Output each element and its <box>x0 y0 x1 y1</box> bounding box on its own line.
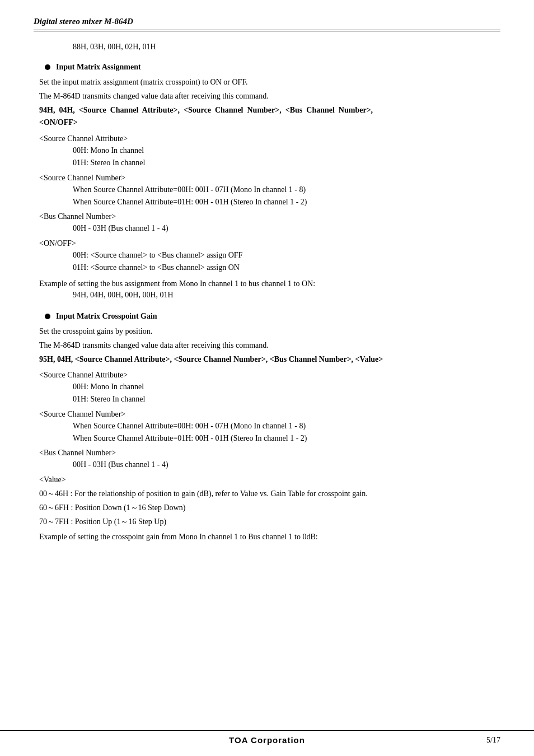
section-desc-1b: The M-864D transmits changed value data … <box>39 90 495 102</box>
param-group-scn-1: <Source Channel Number> When Source Chan… <box>39 172 495 209</box>
value-line-3: 70～7FH : Position Up (1～16 Step Up) <box>39 516 495 528</box>
section-desc-2b: The M-864D transmits changed value data … <box>39 339 495 351</box>
header-title: Digital stereo mixer M-864D <box>34 17 133 26</box>
param-item-scn-2b: When Source Channel Attribute=01H: 00H -… <box>73 432 495 445</box>
param-label-onoff: <ON/OFF> <box>39 237 495 249</box>
value-line-1: 00～46H : For the relationship of positio… <box>39 488 495 500</box>
param-group-bcn-2: <Bus Channel Number> 00H - 03H (Bus chan… <box>39 447 495 471</box>
example-text-2: Example of setting the crosspoint gain f… <box>39 531 495 543</box>
param-group-sca-2: <Source Channel Attribute> 00H: Mono In … <box>39 369 495 406</box>
section-desc-2a: Set the crosspoint gains by position. <box>39 325 495 337</box>
opening-hex: 88H, 03H, 00H, 02H, 01H <box>73 43 495 52</box>
param-group-sca-1: <Source Channel Attribute> 00H: Mono In … <box>39 133 495 170</box>
example-text-1: Example of setting the bus assignment fr… <box>39 278 495 290</box>
param-group-bcn-1: <Bus Channel Number> 00H - 03H (Bus chan… <box>39 211 495 235</box>
param-group-onoff: <ON/OFF> 00H: <Source channel> to <Bus c… <box>39 237 495 274</box>
section-crosspoint-gain: Input Matrix Crosspoint Gain Set the cro… <box>39 312 495 543</box>
param-item-scn-1b: When Source Channel Attribute=01H: 00H -… <box>73 196 495 208</box>
param-item-bcn-2a: 00H - 03H (Bus channel 1 - 4) <box>73 459 495 471</box>
value-line-2: 60～6FH : Position Down (1～16 Step Down) <box>39 502 495 514</box>
param-group-value: <Value> <box>39 474 495 486</box>
section-title-1: Input Matrix Assignment <box>56 63 141 72</box>
param-item-scn-1a: When Source Channel Attribute=00H: 00H -… <box>73 184 495 196</box>
param-label-value: <Value> <box>39 474 495 486</box>
param-label-bcn-2: <Bus Channel Number> <box>39 447 495 459</box>
example-hex-1: 94H, 04H, 00H, 00H, 00H, 01H <box>73 291 495 300</box>
param-item-sca-1b: 01H: Stereo In channel <box>73 157 495 169</box>
param-item-onoff-b: 01H: <Source channel> to <Bus channel> a… <box>73 262 495 274</box>
param-label-bcn-1: <Bus Channel Number> <box>39 211 495 222</box>
page-container: Digital stereo mixer M-864D 88H, 03H, 00… <box>0 0 534 756</box>
bullet-dot-2 <box>45 314 50 319</box>
content: 88H, 03H, 00H, 02H, 01H Input Matrix Ass… <box>34 43 500 543</box>
section-title-row-1: Input Matrix Assignment <box>45 63 495 72</box>
section-title-2: Input Matrix Crosspoint Gain <box>56 312 157 321</box>
param-label-scn-2: <Source Channel Number> <box>39 408 495 420</box>
page-header: Digital stereo mixer M-864D <box>34 17 500 31</box>
section-cmd-2: 95H, 04H, <Source Channel Attribute>, <S… <box>39 353 495 366</box>
param-item-bcn-1a: 00H - 03H (Bus channel 1 - 4) <box>73 222 495 235</box>
param-item-sca-2b: 01H: Stereo In channel <box>73 393 495 405</box>
param-group-scn-2: <Source Channel Number> When Source Chan… <box>39 408 495 445</box>
footer-page: 5/17 <box>486 736 500 745</box>
param-label-sca-1: <Source Channel Attribute> <box>39 133 495 144</box>
param-label-sca-2: <Source Channel Attribute> <box>39 369 495 381</box>
param-item-sca-1a: 00H: Mono In channel <box>73 144 495 157</box>
param-item-sca-2a: 00H: Mono In channel <box>73 381 495 393</box>
section-desc-1a: Set the input matrix assignment (matrix … <box>39 76 495 88</box>
param-item-onoff-a: 00H: <Source channel> to <Bus channel> a… <box>73 249 495 262</box>
page-footer: TOA Corporation 5/17 <box>0 730 534 745</box>
footer-company: TOA Corporation <box>229 735 305 745</box>
bullet-dot-1 <box>45 64 50 70</box>
param-item-scn-2a: When Source Channel Attribute=00H: 00H -… <box>73 420 495 432</box>
param-label-scn-1: <Source Channel Number> <box>39 172 495 184</box>
section-title-row-2: Input Matrix Crosspoint Gain <box>45 312 495 321</box>
section-cmd-1: 94H, 04H, <Source Channel Attribute>, <S… <box>39 104 495 129</box>
section-input-matrix-assignment: Input Matrix Assignment Set the input ma… <box>39 63 495 300</box>
